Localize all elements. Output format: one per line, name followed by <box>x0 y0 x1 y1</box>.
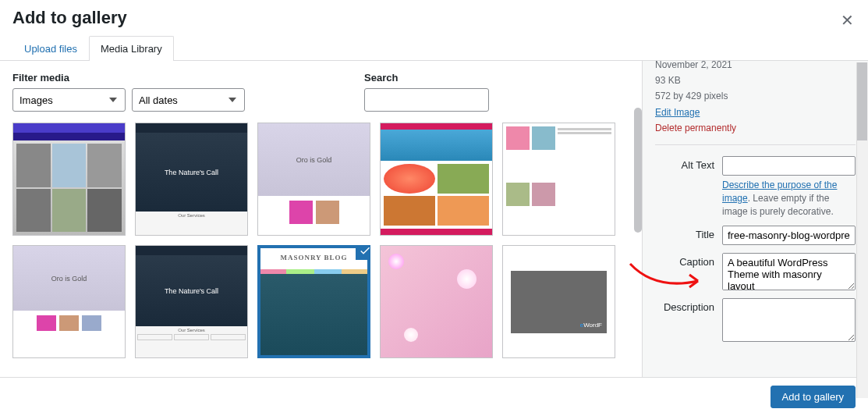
modal-footer: Add to gallery <box>0 377 868 416</box>
tab-upload-files[interactable]: Upload files <box>12 36 89 61</box>
media-grid: The Nature's CallOur Services Oro is Gol… <box>12 123 629 358</box>
alt-text-help: Describe the purpose of the image. Leave… <box>722 179 856 218</box>
media-toolbar: Filter media Images All dates Search <box>12 72 629 112</box>
caption-input[interactable] <box>722 253 856 290</box>
alt-text-row: Alt Text <box>655 156 856 176</box>
caption-row: Caption <box>655 253 856 290</box>
search-group: Search <box>364 72 489 112</box>
modal-header: Add to gallery ✕ <box>0 0 868 36</box>
media-thumb[interactable]: eWordF <box>502 245 615 358</box>
selected-check-icon <box>356 245 370 260</box>
media-thumb[interactable] <box>380 123 493 236</box>
media-thumb[interactable] <box>502 123 615 236</box>
delete-permanently-link[interactable]: Delete permanently <box>655 123 736 133</box>
modal-content: Filter media Images All dates Search The… <box>0 61 868 377</box>
page-scrollbar-thumb[interactable] <box>857 62 867 140</box>
filter-type-select[interactable]: Images <box>12 88 126 112</box>
media-thumb[interactable] <box>12 123 126 236</box>
tab-bar: Upload files Media Library <box>0 36 868 61</box>
edit-image-link[interactable]: Edit Image <box>655 107 700 118</box>
meta-filesize: 93 KB <box>655 73 856 88</box>
close-button[interactable]: ✕ <box>841 11 854 30</box>
attachment-meta: November 2, 2021 93 KB 572 by 429 pixels… <box>655 61 856 145</box>
description-input[interactable] <box>722 298 856 342</box>
title-input[interactable] <box>722 226 856 245</box>
tab-media-library[interactable]: Media Library <box>89 36 174 61</box>
description-row: Description <box>655 298 856 342</box>
filter-selects: Images All dates <box>12 88 245 112</box>
filter-label: Filter media <box>12 72 245 84</box>
alt-text-input[interactable] <box>722 156 856 176</box>
add-to-gallery-modal: Add to gallery ✕ Upload files Media Libr… <box>0 0 868 416</box>
description-label: Description <box>655 298 714 313</box>
media-thumb[interactable]: The Nature's CallOur Services <box>135 245 248 358</box>
media-thumb[interactable]: The Nature's CallOur Services <box>135 123 248 236</box>
attachment-details: November 2, 2021 93 KB 572 by 429 pixels… <box>642 61 868 377</box>
add-to-gallery-button[interactable]: Add to gallery <box>771 386 856 408</box>
title-label: Title <box>655 226 714 240</box>
title-row: Title <box>655 226 856 245</box>
meta-dimensions: 572 by 429 pixels <box>655 89 856 104</box>
filter-group: Filter media Images All dates <box>12 72 245 112</box>
media-thumb[interactable]: Oro is Gold <box>257 123 370 236</box>
page-scrollbar-track[interactable] <box>856 62 868 398</box>
caption-label: Caption <box>655 253 714 268</box>
media-thumb[interactable]: MASONRY BLOG <box>257 245 370 358</box>
media-thumb[interactable]: Oro is Gold <box>12 245 126 358</box>
search-input[interactable] <box>364 88 489 112</box>
close-icon: ✕ <box>841 12 854 29</box>
media-browser: Filter media Images All dates Search The… <box>0 61 642 377</box>
search-label: Search <box>364 72 489 84</box>
grid-scrollbar[interactable] <box>634 108 642 233</box>
meta-date: November 2, 2021 <box>655 61 856 73</box>
modal-title: Add to gallery <box>12 8 856 28</box>
alt-text-label: Alt Text <box>655 156 714 171</box>
filter-date-select[interactable]: All dates <box>132 88 245 112</box>
media-thumb[interactable] <box>380 245 493 358</box>
